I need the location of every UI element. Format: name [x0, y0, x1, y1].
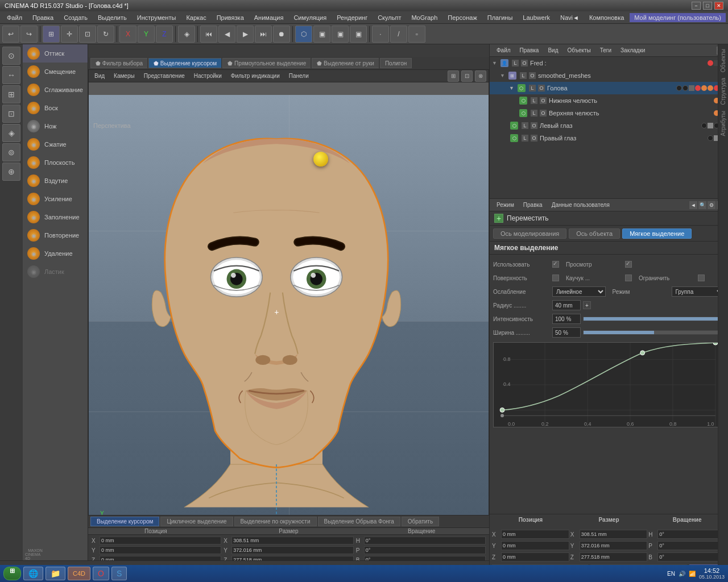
- tool-lastik[interactable]: ◉ Ластик: [23, 263, 88, 281]
- scene-menu-view[interactable]: Вид: [544, 46, 561, 55]
- vp-menu-filter[interactable]: Фильтр индикации: [228, 72, 283, 80]
- play-prev[interactable]: ◀: [218, 26, 235, 43]
- freehand-sel-btn[interactable]: ⬟ Выделение от руки: [312, 58, 379, 68]
- axis-y[interactable]: Y: [138, 26, 155, 43]
- curve-graph[interactable]: 0.0 0.2 0.4 0.6 0.8 1.0 0.8 0.4: [493, 342, 725, 427]
- scene-vis-right-eye[interactable]: O: [531, 135, 537, 142]
- vp-btn-2[interactable]: ⊡: [461, 70, 473, 82]
- menu-sim[interactable]: Симуляция: [289, 13, 331, 22]
- redo-button[interactable]: ↪: [20, 26, 38, 43]
- tool-szhatiye[interactable]: ◉ Сжатие: [23, 135, 88, 153]
- select-tool[interactable]: ⊞: [43, 26, 60, 43]
- view-perspective[interactable]: ⬡: [295, 26, 312, 43]
- tool-smeshenie[interactable]: ◉ Смещение: [23, 63, 88, 81]
- mode-btn-1[interactable]: ⊙: [2, 47, 20, 65]
- minimize-button[interactable]: −: [692, 2, 701, 10]
- rp-pos-y[interactable]: [501, 541, 569, 550]
- cursor-sel-btn[interactable]: ⬟ Выделение курсором: [148, 58, 221, 68]
- taskbar-ie[interactable]: 🌐: [23, 567, 43, 580]
- vert-tab-struct[interactable]: Структура: [719, 76, 727, 107]
- mode-btn-3[interactable]: ⊞: [2, 85, 20, 103]
- prop-select-atten[interactable]: Линейное: [552, 286, 606, 297]
- view-front[interactable]: ▣: [332, 26, 349, 43]
- scene-vis-smoothed[interactable]: O: [529, 72, 536, 79]
- rotate-tool[interactable]: ↻: [97, 26, 114, 43]
- play-btn[interactable]: ▶: [237, 26, 254, 43]
- sel-tab-circle[interactable]: Выделение по окружности: [234, 517, 317, 526]
- props-menu-edit[interactable]: Правка: [520, 201, 546, 209]
- scene-lock-golova[interactable]: L: [529, 85, 536, 92]
- poly-sel-btn[interactable]: Полигон: [380, 58, 412, 68]
- play-start[interactable]: ⏮: [200, 26, 217, 43]
- rp-size-x[interactable]: [580, 530, 648, 539]
- scene-vis-upper-jaw[interactable]: O: [540, 110, 547, 117]
- render-btn[interactable]: ◈: [178, 26, 195, 43]
- scale-tool[interactable]: ⊡: [79, 26, 96, 43]
- vert-tab-attrs[interactable]: Атрибуты: [719, 109, 727, 138]
- scene-lock-lower-jaw[interactable]: L: [531, 97, 537, 104]
- sel-tab-cyclic[interactable]: Цикличное выделение: [160, 517, 233, 526]
- edge-mode[interactable]: /: [390, 26, 407, 43]
- menu-select[interactable]: Выделить: [93, 13, 131, 22]
- mode-btn-4[interactable]: ⊡: [2, 105, 20, 123]
- rp-rot-p[interactable]: [657, 541, 726, 550]
- menu-layout[interactable]: Компоновка: [585, 13, 628, 22]
- prop-check-surface[interactable]: [552, 275, 559, 281]
- maximize-button[interactable]: □: [703, 2, 712, 10]
- prop-check-rubber[interactable]: [625, 275, 632, 281]
- vp-menu-panels[interactable]: Панели: [286, 72, 312, 80]
- poly-mode[interactable]: ▫: [408, 26, 425, 43]
- scene-menu-file[interactable]: Файл: [493, 46, 514, 55]
- width-slider[interactable]: [583, 330, 725, 335]
- menu-anim[interactable]: Анимация: [250, 13, 288, 22]
- rp-pos-x[interactable]: [501, 530, 569, 539]
- filter-sel-btn[interactable]: ⬟ Фильтр выбора: [90, 58, 147, 68]
- prop-select-mode[interactable]: Группа: [672, 286, 725, 297]
- menu-char[interactable]: Персонаж: [443, 13, 481, 22]
- scene-lock-right-eye[interactable]: L: [522, 135, 528, 142]
- tool-vzdutie[interactable]: ◉ Вздутие: [23, 172, 88, 190]
- size-x-field[interactable]: [231, 537, 353, 544]
- scene-vis-left-eye[interactable]: O: [531, 122, 537, 129]
- close-button[interactable]: ✕: [714, 2, 723, 10]
- radius-add-btn[interactable]: +: [583, 301, 591, 309]
- radius-value[interactable]: [552, 300, 581, 310]
- sel-tab-invert[interactable]: Обратить: [402, 517, 439, 526]
- menu-file[interactable]: Файл: [2, 13, 27, 22]
- prop-check-preview[interactable]: [625, 261, 632, 268]
- props-gear-btn[interactable]: ⚙: [708, 201, 715, 209]
- scene-menu-tags[interactable]: Теги: [597, 46, 615, 55]
- mode-btn-2[interactable]: ↔: [2, 66, 20, 84]
- scene-right-eye[interactable]: ⬡ L O Правый глаз: [490, 132, 728, 144]
- sel-tab-fong[interactable]: Выделение Обрыва Фонга: [318, 517, 400, 526]
- axis-z[interactable]: Z: [156, 26, 173, 43]
- scene-lock-smoothed[interactable]: L: [520, 72, 527, 79]
- size-y-field[interactable]: [231, 546, 353, 554]
- rp-rot-h[interactable]: [657, 530, 726, 539]
- view-top[interactable]: ▣: [313, 26, 330, 43]
- vp-menu-repr[interactable]: Представление: [140, 72, 188, 80]
- scene-left-eye[interactable]: ⬡ L O Левый глаз: [490, 119, 728, 132]
- menu-laubwerk[interactable]: Laubwerk: [518, 13, 555, 22]
- vp-btn-1[interactable]: ⊞: [448, 70, 459, 82]
- rp-pos-z[interactable]: [501, 552, 569, 562]
- intensity-value[interactable]: [552, 314, 581, 324]
- scene-lock-upper-jaw[interactable]: L: [531, 110, 537, 117]
- viewport[interactable]: Вид Камеры Представление Настройки Фильт…: [88, 69, 489, 548]
- scene-menu-bookmarks[interactable]: Закладки: [617, 46, 648, 55]
- vp-menu-settings[interactable]: Настройки: [191, 72, 225, 80]
- pos-x-field[interactable]: [100, 537, 221, 544]
- props-menu-mode[interactable]: Режим: [493, 201, 518, 209]
- menu-render[interactable]: Рендеринг: [332, 13, 372, 22]
- rot-p-field[interactable]: [364, 546, 486, 554]
- menu-mesh[interactable]: Каркас: [181, 13, 210, 22]
- width-value[interactable]: [552, 327, 581, 338]
- tool-ottisk[interactable]: ◉ Оттиск: [23, 44, 88, 63]
- vert-tab-objects[interactable]: Объекты: [719, 47, 727, 74]
- props-search-btn[interactable]: 🔍: [698, 201, 706, 209]
- tool-sglazhivanie[interactable]: ◉ Сглаживание: [23, 81, 88, 99]
- tool-vosk[interactable]: ◉ Воск: [23, 99, 88, 117]
- mode-btn-7[interactable]: ⊕: [2, 163, 20, 181]
- tab-model-axis[interactable]: Ось моделирования: [493, 228, 566, 239]
- move-btn-label[interactable]: Переместить: [507, 214, 549, 222]
